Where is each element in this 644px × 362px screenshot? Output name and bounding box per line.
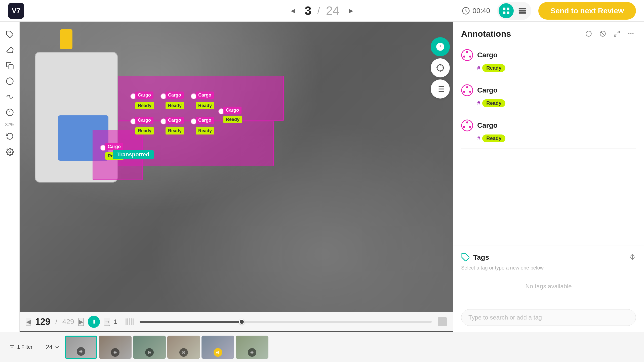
grid-view-button[interactable] (499, 3, 514, 18)
thumb-icon-6: ⊖ (248, 348, 256, 357)
panel-header: Annotations (453, 22, 644, 43)
svg-point-43 (469, 91, 471, 93)
filmstrip-thumb-6[interactable]: ⊖ (236, 336, 268, 359)
filmstrip: 1 Filter 24 ⊖ ⊖ ⊖ ⊖ ⊖ ⊖ (0, 332, 644, 362)
info-tool-button[interactable] (431, 37, 450, 56)
tag-tool-button[interactable] (3, 28, 17, 41)
frame-current: 3 (305, 4, 311, 18)
next-frame-small-button[interactable]: ▶ (78, 318, 84, 326)
sequence-view-button[interactable] (515, 3, 530, 18)
ready-label: Ready (135, 102, 154, 109)
divider (39, 340, 39, 355)
ready-label: Ready (166, 127, 184, 134)
prev-frame-small-button[interactable]: ◀ (26, 318, 31, 326)
filmstrip-thumb-1[interactable]: ⊖ (65, 336, 97, 359)
frame-nav: ◀ 3 / 24 ▶ (288, 4, 356, 18)
settings-tool-button[interactable] (3, 145, 17, 159)
cargo-label: Cargo (196, 117, 214, 124)
annotation-name: Cargo (477, 86, 636, 94)
progress-thumb[interactable] (239, 319, 245, 325)
panel-title: Annotations (461, 29, 511, 39)
sequence-icon (518, 7, 527, 15)
playback-sep: / (55, 318, 57, 326)
eraser-tool-button[interactable] (3, 43, 17, 57)
svg-point-34 (628, 33, 630, 34)
send-to-review-button[interactable]: Send to next Review (538, 2, 636, 20)
svg-line-33 (614, 34, 616, 36)
tags-sort-button[interactable] (629, 254, 636, 261)
cargo-label: Cargo (196, 92, 214, 99)
annotation-item[interactable]: Cargo # Ready (461, 113, 636, 149)
curve-tool-button[interactable] (3, 90, 17, 104)
comment-tool-button[interactable] (3, 106, 17, 119)
ready-label: Ready (196, 127, 214, 134)
tags-title: Tags (473, 253, 489, 261)
prev-frame-button[interactable]: ◀ (288, 5, 299, 16)
slash-icon-button[interactable] (598, 29, 608, 39)
circle-icon-button[interactable] (584, 29, 594, 39)
frame-total: 24 (326, 4, 339, 18)
expand-icon-button[interactable] (612, 29, 622, 39)
cargo-label: Cargo (166, 117, 184, 124)
svg-rect-6 (519, 10, 526, 12)
filmstrip-thumb-2[interactable]: ⊖ (99, 336, 132, 359)
annotation-item[interactable]: Cargo # Ready (461, 78, 636, 113)
progress-track[interactable] (140, 321, 432, 323)
annotation-tag: # Ready (477, 134, 636, 142)
svg-point-10 (6, 78, 13, 85)
left-toolbar: 37% (0, 22, 20, 332)
circle-tool-button[interactable] (3, 74, 17, 88)
chevron-down-icon (54, 344, 60, 350)
panel-header-icons (584, 29, 636, 39)
tags-subtitle: Select a tag or type a new one below (461, 265, 636, 271)
svg-line-32 (617, 31, 619, 33)
tag-search-input[interactable] (461, 309, 636, 326)
filmstrip-count: 24 (46, 344, 53, 351)
more-options-button[interactable] (626, 29, 636, 39)
list-tool-button[interactable] (431, 79, 450, 99)
main-content: 37% Cargo Ready (0, 22, 644, 332)
grid-icon (502, 7, 510, 15)
filter-icon (9, 344, 15, 350)
progress-fill (140, 321, 242, 323)
copy-tool-button[interactable] (3, 59, 17, 72)
transported-label: Transported (113, 150, 154, 159)
pause-button[interactable]: ⏸ (88, 316, 100, 328)
filmstrip-thumb-3[interactable]: ⊖ (133, 336, 166, 359)
annotation-row: Cargo (461, 49, 636, 61)
svg-point-36 (632, 33, 634, 34)
tags-header: Tags (461, 253, 636, 262)
thumb-icon-5: ⊖ (214, 348, 222, 357)
svg-point-48 (463, 126, 465, 128)
playback-bar: ◀ 129 / 429 ▶ ⏸ ⇢ 1 (20, 312, 453, 331)
skip-button[interactable]: ⇢ (104, 318, 110, 326)
logo: V7 (8, 3, 24, 19)
svg-rect-2 (507, 8, 509, 10)
annotation-tag-badge: Ready (482, 99, 505, 107)
cargo-label: Cargo (135, 117, 153, 124)
header: V7 ◀ 3 / 24 ▶ 00:40 (0, 0, 644, 22)
annotations-list: Cargo # Ready Cargo (453, 43, 644, 246)
annotation-item[interactable]: Cargo # Ready (461, 43, 636, 78)
annotation-tag: # Ready (477, 99, 636, 107)
svg-point-47 (469, 126, 471, 128)
tags-title-row: Tags (461, 253, 489, 262)
end-button[interactable] (438, 317, 447, 326)
filmstrip-thumb-4[interactable]: ⊖ (167, 336, 200, 359)
refresh-tool-button[interactable] (3, 129, 17, 143)
cargo-label: Cargo (223, 107, 242, 114)
ready-label: Ready (223, 116, 242, 123)
count-button[interactable]: 24 (43, 342, 63, 353)
clock-icon (462, 7, 470, 15)
next-frame-button[interactable]: ▶ (345, 5, 356, 16)
crosshair-tool-button[interactable] (431, 58, 450, 77)
annotation-cargo-icon (461, 119, 473, 131)
no-tags-label: No tags available (461, 275, 636, 298)
svg-point-46 (466, 121, 468, 123)
playback-frame-total: 429 (62, 318, 74, 326)
canvas-tools (428, 34, 453, 102)
canvas-area[interactable]: Cargo Ready Cargo Ready Cargo Ready Carg… (20, 22, 453, 332)
filter-button[interactable]: 1 Filter (6, 342, 35, 352)
filmstrip-thumb-5[interactable]: ⊖ (202, 336, 234, 359)
svg-point-29 (586, 31, 591, 36)
